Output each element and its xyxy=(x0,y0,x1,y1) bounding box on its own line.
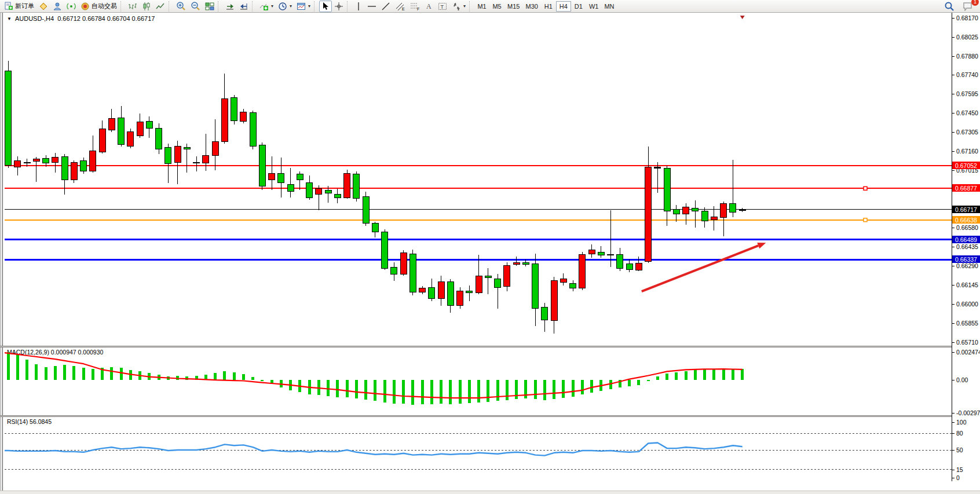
axis-tick xyxy=(952,433,955,434)
templates-button[interactable]: ▾ xyxy=(294,1,313,12)
timeframe-MN[interactable]: MN xyxy=(601,1,617,12)
dropdown-caret: ▾ xyxy=(308,3,310,9)
timeframe-M15[interactable]: M15 xyxy=(504,1,522,12)
vertical-line-tool[interactable] xyxy=(352,1,365,12)
macd-indicator-panel[interactable] xyxy=(5,347,952,415)
zoom-out-button[interactable] xyxy=(188,1,203,12)
toolbar-separator xyxy=(169,1,172,12)
candle xyxy=(137,122,143,136)
chart-shift-button[interactable] xyxy=(237,1,251,12)
candle xyxy=(409,254,416,292)
timeframe-D1[interactable]: D1 xyxy=(571,1,586,12)
svg-text:T: T xyxy=(441,3,444,9)
auto-trading-button[interactable]: 自动交易 xyxy=(78,1,119,12)
timeframe-M30[interactable]: M30 xyxy=(522,1,540,12)
trend-arrow-line[interactable] xyxy=(642,246,758,291)
candle xyxy=(353,174,360,198)
candle xyxy=(485,276,491,278)
zoom-in-button[interactable] xyxy=(174,1,188,12)
candle xyxy=(570,284,576,288)
profile-button[interactable] xyxy=(50,1,64,12)
price-level-badge: 0.66717 xyxy=(952,206,980,213)
axis-tick xyxy=(952,113,955,114)
arrows-tool[interactable]: ▾ xyxy=(449,1,468,12)
axis-tick xyxy=(952,478,955,478)
axis-tick xyxy=(952,37,955,38)
bar-chart-button[interactable] xyxy=(126,1,140,12)
axis-tick-label: 0.68025 xyxy=(956,34,978,41)
main-price-chart[interactable] xyxy=(5,14,952,346)
price-axis[interactable]: 0.681700.680250.678800.677400.675950.674… xyxy=(952,13,980,481)
candle xyxy=(306,182,313,197)
axis-tick-label: 0.66435 xyxy=(956,243,978,250)
chart-shift-marker[interactable] xyxy=(740,16,745,19)
timeframe-M5[interactable]: M5 xyxy=(489,1,504,12)
auto-scroll-button[interactable] xyxy=(223,1,237,12)
notifications-button[interactable]: 1 xyxy=(960,1,975,12)
timeframe-H4[interactable]: H4 xyxy=(556,1,571,12)
deposit-button[interactable] xyxy=(36,1,50,12)
signal-icon xyxy=(67,2,76,11)
trend-arrow-head[interactable] xyxy=(757,243,766,248)
axis-tick xyxy=(952,323,955,324)
axis-tick-label: 0.002474 xyxy=(956,349,980,356)
axis-tick xyxy=(952,266,955,266)
candle xyxy=(522,262,529,265)
arrows-icon xyxy=(452,2,461,11)
timeframe-H1[interactable]: H1 xyxy=(541,1,556,12)
timeframe-group: M1M5M15M30H1H4D1W1MN xyxy=(474,1,617,12)
clock-icon xyxy=(278,2,287,11)
tile-windows-button[interactable] xyxy=(203,1,217,12)
axis-tick-label: 15 xyxy=(956,466,963,473)
chart-window[interactable]: ▼ AUDUSD-,H4 0.66712 0.66784 0.66704 0.6… xyxy=(0,13,980,494)
signal-button[interactable] xyxy=(64,1,78,12)
candle xyxy=(287,184,294,191)
candle xyxy=(108,119,115,130)
text-label-tool[interactable]: T xyxy=(436,1,449,12)
axis-tick xyxy=(952,380,955,380)
candlestick-chart-button[interactable] xyxy=(140,1,153,12)
candle xyxy=(52,158,58,163)
axis-tick-label: 0.67740 xyxy=(956,71,978,78)
text-tool[interactable]: A xyxy=(423,1,436,12)
candle xyxy=(626,264,632,269)
axis-tick-label: 100 xyxy=(956,419,967,426)
periods-button[interactable]: ▾ xyxy=(276,1,294,12)
dropdown-caret: ▾ xyxy=(271,3,273,9)
candle xyxy=(560,279,566,283)
candle xyxy=(212,142,218,156)
horizontal-line-icon xyxy=(367,2,376,10)
cursor-tool-button[interactable] xyxy=(319,1,332,12)
axis-tick-label: 0 xyxy=(956,474,960,481)
candle xyxy=(71,163,77,180)
rsi-indicator-panel[interactable] xyxy=(5,417,952,481)
axis-tick xyxy=(952,151,955,152)
fibonacci-tool[interactable]: F xyxy=(408,1,423,12)
equidistant-channel-tool[interactable]: E xyxy=(393,1,408,12)
rsi-line xyxy=(5,443,743,456)
macd-signal-line xyxy=(5,352,743,398)
timeframe-M1[interactable]: M1 xyxy=(474,1,489,12)
line-handle[interactable] xyxy=(864,218,867,222)
candle xyxy=(156,129,162,149)
trendline-tool[interactable] xyxy=(379,1,393,12)
zoom-out-icon xyxy=(191,1,200,11)
toolbar-separator xyxy=(314,1,317,12)
candle xyxy=(118,118,125,145)
person-icon xyxy=(53,2,62,11)
candle xyxy=(730,203,736,212)
timeframe-W1[interactable]: W1 xyxy=(586,1,602,12)
svg-text:E: E xyxy=(402,7,405,11)
search-button[interactable] xyxy=(942,1,957,12)
indicators-button[interactable]: ▾ xyxy=(257,1,276,12)
horizontal-line-tool[interactable] xyxy=(365,1,379,12)
crosshair-tool-button[interactable] xyxy=(332,1,346,12)
candle xyxy=(43,159,49,163)
axis-tick xyxy=(952,18,955,19)
line-handle[interactable] xyxy=(864,186,867,190)
line-chart-button[interactable] xyxy=(153,1,167,12)
new-order-button[interactable]: 新订单 xyxy=(2,1,36,12)
axis-tick-label: 0.65710 xyxy=(956,339,978,346)
candle xyxy=(184,147,190,149)
fibonacci-icon: F xyxy=(410,2,420,11)
